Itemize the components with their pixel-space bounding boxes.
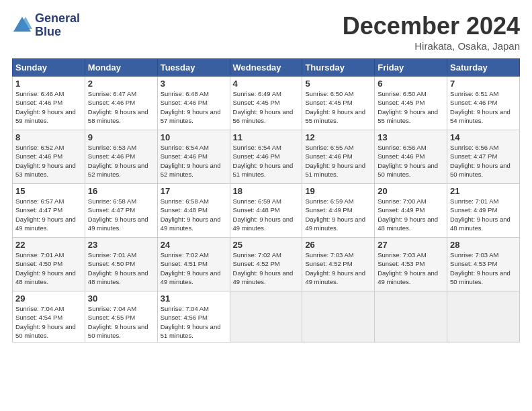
day-info: Sunrise: 7:03 AMSunset: 4:53 PMDaylight:… xyxy=(450,251,511,285)
calendar-cell: 27Sunrise: 7:03 AMSunset: 4:53 PMDayligh… xyxy=(375,238,447,291)
calendar-cell xyxy=(447,291,520,342)
calendar-cell: 17Sunrise: 6:58 AMSunset: 4:48 PMDayligh… xyxy=(157,184,230,238)
day-number: 5 xyxy=(305,79,371,89)
calendar-cell: 5Sunrise: 6:50 AMSunset: 4:45 PMDaylight… xyxy=(302,77,375,130)
day-info: Sunrise: 6:56 AMSunset: 4:46 PMDaylight:… xyxy=(378,144,438,178)
day-info: Sunrise: 7:01 AMSunset: 4:50 PMDaylight:… xyxy=(88,251,148,285)
calendar-cell: 8Sunrise: 6:52 AMSunset: 4:46 PMDaylight… xyxy=(13,130,85,184)
calendar-cell: 13Sunrise: 6:56 AMSunset: 4:46 PMDayligh… xyxy=(375,130,447,184)
day-number: 13 xyxy=(378,132,444,142)
day-number: 7 xyxy=(450,79,517,89)
logo-text: General Blue xyxy=(35,12,80,39)
day-number: 18 xyxy=(233,186,300,196)
day-number: 10 xyxy=(161,132,227,142)
day-info: Sunrise: 7:03 AMSunset: 4:52 PMDaylight:… xyxy=(305,251,365,285)
calendar-header-row: SundayMondayTuesdayWednesdayThursdayFrid… xyxy=(13,59,520,77)
day-number: 3 xyxy=(161,79,227,89)
calendar-cell: 10Sunrise: 6:54 AMSunset: 4:46 PMDayligh… xyxy=(157,130,230,184)
day-number: 8 xyxy=(15,132,82,142)
calendar-cell: 1Sunrise: 6:46 AMSunset: 4:46 PMDaylight… xyxy=(13,77,85,130)
day-info: Sunrise: 6:50 AMSunset: 4:45 PMDaylight:… xyxy=(378,90,438,124)
calendar-cell: 22Sunrise: 7:01 AMSunset: 4:50 PMDayligh… xyxy=(13,238,85,291)
month-title: December 2024 xyxy=(343,12,520,40)
calendar-row: 8Sunrise: 6:52 AMSunset: 4:46 PMDaylight… xyxy=(13,130,520,184)
day-number: 4 xyxy=(233,79,300,89)
header-wednesday: Wednesday xyxy=(230,59,302,77)
day-info: Sunrise: 6:58 AMSunset: 4:48 PMDaylight:… xyxy=(161,197,221,232)
day-number: 9 xyxy=(88,132,154,142)
day-number: 19 xyxy=(305,186,371,196)
day-info: Sunrise: 7:04 AMSunset: 4:55 PMDaylight:… xyxy=(88,305,148,339)
day-number: 20 xyxy=(378,186,444,196)
header: General Blue December 2024 Hirakata, Osa… xyxy=(12,12,520,52)
calendar-cell: 23Sunrise: 7:01 AMSunset: 4:50 PMDayligh… xyxy=(85,238,157,291)
calendar-cell xyxy=(375,291,447,342)
day-info: Sunrise: 7:00 AMSunset: 4:49 PMDaylight:… xyxy=(378,197,438,232)
calendar-cell xyxy=(230,291,302,342)
calendar-cell: 18Sunrise: 6:59 AMSunset: 4:48 PMDayligh… xyxy=(230,184,302,238)
day-info: Sunrise: 6:46 AMSunset: 4:46 PMDaylight:… xyxy=(15,90,76,124)
day-info: Sunrise: 7:02 AMSunset: 4:52 PMDaylight:… xyxy=(233,251,294,285)
calendar-cell: 25Sunrise: 7:02 AMSunset: 4:52 PMDayligh… xyxy=(230,238,302,291)
day-info: Sunrise: 6:47 AMSunset: 4:46 PMDaylight:… xyxy=(88,90,148,124)
calendar-cell: 20Sunrise: 7:00 AMSunset: 4:49 PMDayligh… xyxy=(375,184,447,238)
day-number: 14 xyxy=(450,132,517,142)
calendar-cell: 12Sunrise: 6:55 AMSunset: 4:46 PMDayligh… xyxy=(302,130,375,184)
day-number: 24 xyxy=(161,240,227,250)
calendar-cell: 3Sunrise: 6:48 AMSunset: 4:46 PMDaylight… xyxy=(157,77,230,130)
day-number: 28 xyxy=(450,240,517,250)
calendar-cell: 2Sunrise: 6:47 AMSunset: 4:46 PMDaylight… xyxy=(85,77,157,130)
day-info: Sunrise: 6:59 AMSunset: 4:48 PMDaylight:… xyxy=(233,197,294,232)
day-number: 15 xyxy=(15,186,82,196)
day-number: 26 xyxy=(305,240,371,250)
day-info: Sunrise: 6:52 AMSunset: 4:46 PMDaylight:… xyxy=(15,144,76,178)
day-number: 17 xyxy=(161,186,227,196)
calendar-cell: 26Sunrise: 7:03 AMSunset: 4:52 PMDayligh… xyxy=(302,238,375,291)
logo-line1: General xyxy=(35,12,80,26)
header-friday: Friday xyxy=(375,59,447,77)
calendar-cell: 19Sunrise: 6:59 AMSunset: 4:49 PMDayligh… xyxy=(302,184,375,238)
day-info: Sunrise: 6:54 AMSunset: 4:46 PMDaylight:… xyxy=(161,144,221,178)
day-number: 11 xyxy=(233,132,300,142)
calendar-row: 1Sunrise: 6:46 AMSunset: 4:46 PMDaylight… xyxy=(13,77,520,130)
header-tuesday: Tuesday xyxy=(157,59,230,77)
day-number: 25 xyxy=(233,240,300,250)
location: Hirakata, Osaka, Japan xyxy=(343,40,520,52)
day-info: Sunrise: 7:03 AMSunset: 4:53 PMDaylight:… xyxy=(378,251,438,285)
logo-icon xyxy=(12,15,32,36)
calendar-cell: 14Sunrise: 6:56 AMSunset: 4:47 PMDayligh… xyxy=(447,130,520,184)
calendar-cell: 9Sunrise: 6:53 AMSunset: 4:46 PMDaylight… xyxy=(85,130,157,184)
day-info: Sunrise: 6:53 AMSunset: 4:46 PMDaylight:… xyxy=(88,144,148,178)
logo: General Blue xyxy=(12,12,80,39)
day-number: 29 xyxy=(15,293,82,304)
day-number: 27 xyxy=(378,240,444,250)
calendar-cell: 16Sunrise: 6:58 AMSunset: 4:47 PMDayligh… xyxy=(85,184,157,238)
calendar-cell: 11Sunrise: 6:54 AMSunset: 4:46 PMDayligh… xyxy=(230,130,302,184)
calendar-row: 29Sunrise: 7:04 AMSunset: 4:54 PMDayligh… xyxy=(13,291,520,342)
day-info: Sunrise: 6:56 AMSunset: 4:47 PMDaylight:… xyxy=(450,144,511,178)
day-number: 16 xyxy=(88,186,154,196)
calendar-cell: 24Sunrise: 7:02 AMSunset: 4:51 PMDayligh… xyxy=(157,238,230,291)
day-info: Sunrise: 7:04 AMSunset: 4:56 PMDaylight:… xyxy=(161,305,221,339)
day-number: 6 xyxy=(378,79,444,89)
day-info: Sunrise: 6:51 AMSunset: 4:46 PMDaylight:… xyxy=(450,90,511,124)
day-number: 31 xyxy=(161,293,227,304)
header-thursday: Thursday xyxy=(302,59,375,77)
title-section: December 2024 Hirakata, Osaka, Japan xyxy=(343,12,520,52)
calendar-cell: 31Sunrise: 7:04 AMSunset: 4:56 PMDayligh… xyxy=(157,291,230,342)
main-container: General Blue December 2024 Hirakata, Osa… xyxy=(0,0,532,349)
calendar-table: SundayMondayTuesdayWednesdayThursdayFrid… xyxy=(12,58,520,342)
calendar-cell: 15Sunrise: 6:57 AMSunset: 4:47 PMDayligh… xyxy=(13,184,85,238)
day-number: 21 xyxy=(450,186,517,196)
day-info: Sunrise: 7:02 AMSunset: 4:51 PMDaylight:… xyxy=(161,251,221,285)
calendar-cell: 4Sunrise: 6:49 AMSunset: 4:45 PMDaylight… xyxy=(230,77,302,130)
day-info: Sunrise: 7:01 AMSunset: 4:50 PMDaylight:… xyxy=(15,251,76,285)
day-number: 22 xyxy=(15,240,82,250)
day-info: Sunrise: 6:57 AMSunset: 4:47 PMDaylight:… xyxy=(15,197,76,232)
calendar-cell: 29Sunrise: 7:04 AMSunset: 4:54 PMDayligh… xyxy=(13,291,85,342)
day-info: Sunrise: 6:50 AMSunset: 4:45 PMDaylight:… xyxy=(305,90,365,124)
day-info: Sunrise: 6:49 AMSunset: 4:45 PMDaylight:… xyxy=(233,90,294,124)
calendar-cell: 7Sunrise: 6:51 AMSunset: 4:46 PMDaylight… xyxy=(447,77,520,130)
calendar-cell: 30Sunrise: 7:04 AMSunset: 4:55 PMDayligh… xyxy=(85,291,157,342)
calendar-cell: 6Sunrise: 6:50 AMSunset: 4:45 PMDaylight… xyxy=(375,77,447,130)
